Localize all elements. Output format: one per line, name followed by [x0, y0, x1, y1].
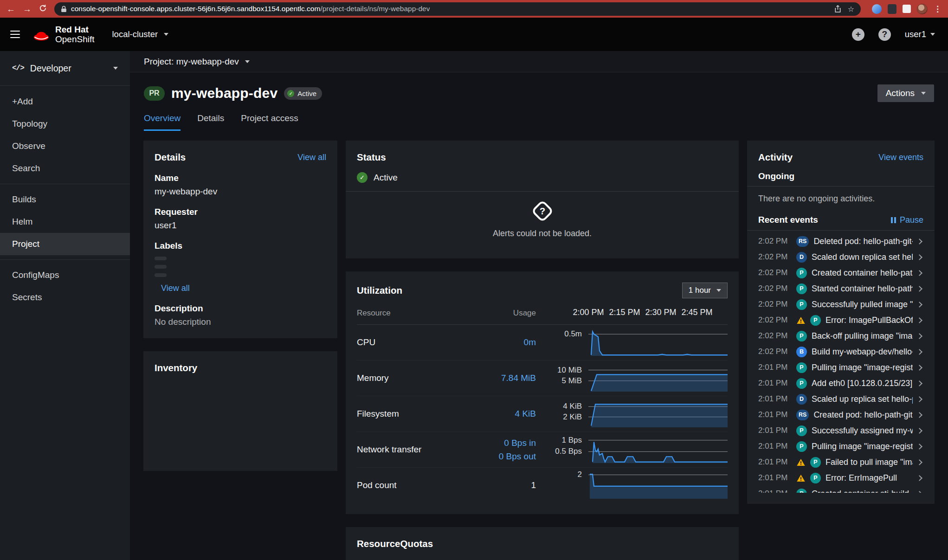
tab-project-access[interactable]: Project access	[241, 113, 298, 131]
y-axis-labels: 4 KiB2 KiB	[540, 400, 588, 427]
event-row[interactable]: 2:01 PM P Pulling image "image-registry.…	[758, 438, 923, 454]
reload-button[interactable]	[39, 4, 47, 13]
sidebar-item-add[interactable]: +Add	[0, 90, 130, 113]
cluster-dropdown[interactable]: local-cluster	[112, 29, 169, 39]
chevron-right-icon[interactable]	[916, 475, 922, 481]
inventory-item-2-pods[interactable]	[155, 401, 326, 410]
inventory-item-1-route[interactable]	[155, 426, 326, 435]
event-row[interactable]: 2:01 PM P Failed to pull image "image-re…	[758, 454, 923, 470]
chevron-right-icon[interactable]	[916, 286, 922, 292]
sidebar-item-builds[interactable]: Builds	[0, 188, 130, 211]
browser-menu-icon[interactable]: ⋮	[934, 4, 942, 14]
chevron-right-icon[interactable]	[916, 270, 922, 276]
usage-link[interactable]: 0m	[479, 337, 536, 348]
breadcrumb[interactable]: Project: my-webapp-dev	[144, 57, 239, 67]
chevron-right-icon[interactable]	[916, 444, 922, 450]
event-row[interactable]: 2:01 PM P Error: ErrImagePull	[758, 470, 923, 486]
event-row[interactable]: 2:02 PM P Back-off pulling image "image-…	[758, 328, 923, 344]
back-button[interactable]: ←	[6, 5, 15, 13]
chevron-right-icon[interactable]	[916, 428, 922, 434]
usage-value: 0 Bps in0 Bps out	[479, 438, 540, 462]
inventory-item-5-configmaps[interactable]	[155, 435, 326, 443]
help-icon[interactable]: ?	[878, 28, 891, 41]
event-row[interactable]: 2:02 PM P Successfully pulled image "ima…	[758, 296, 923, 312]
event-row[interactable]: 2:02 PM P Created container hello-path-g…	[758, 265, 923, 281]
inventory-item-1-service[interactable]	[155, 418, 326, 426]
tab-details[interactable]: Details	[197, 113, 224, 131]
chevron-right-icon[interactable]	[916, 349, 922, 355]
event-time: 2:01 PM	[758, 394, 792, 404]
bookmark-star-icon[interactable]: ☆	[848, 5, 854, 13]
event-row[interactable]: 2:01 PM P Successfully assigned my-webap…	[758, 423, 923, 438]
chevron-down-icon[interactable]	[245, 60, 250, 63]
actions-button[interactable]: Actions	[877, 84, 934, 102]
sidebar-item-configmaps[interactable]: ConfigMaps	[0, 264, 130, 286]
divider	[747, 186, 935, 187]
chevron-right-icon[interactable]	[916, 317, 922, 323]
inventory-item-8-secrets[interactable]	[155, 443, 326, 451]
extension-icon-1[interactable]	[872, 4, 882, 14]
sidebar-item-helm[interactable]: Helm	[0, 211, 130, 233]
event-text: Pulling image "image-registry.openshift.…	[812, 442, 913, 451]
usage-link[interactable]: 7.84 MiB	[479, 373, 536, 383]
event-row[interactable]: 2:01 PM RS Created pod: hello-path-git-7…	[758, 407, 923, 423]
nav-toggle-button[interactable]	[10, 31, 20, 39]
event-row[interactable]: 2:01 PM P Add eth0 [10.128.0.215/23] fro…	[758, 375, 923, 391]
event-row[interactable]: 2:02 PM D Scaled down replica set hello-…	[758, 249, 923, 265]
tab-overview[interactable]: Overview	[144, 113, 181, 131]
chevron-right-icon[interactable]	[916, 254, 922, 260]
extension-icon-3[interactable]	[903, 5, 911, 13]
inventory-item-0-deploymentconfigs[interactable]	[155, 385, 326, 393]
chevron-right-icon[interactable]	[916, 302, 922, 308]
forward-button[interactable]: →	[23, 5, 32, 13]
tab-label: Details	[197, 113, 224, 123]
usage-link[interactable]: 0 Bps out	[479, 451, 536, 462]
usage-link[interactable]: 0 Bps in	[479, 438, 536, 448]
inventory-item-0-statefulsets[interactable]	[155, 393, 326, 401]
chevron-right-icon[interactable]	[916, 365, 922, 371]
labels-view-all-link[interactable]: View all	[161, 283, 190, 293]
event-row[interactable]: 2:02 PM B Build my-webapp-dev/hello-path…	[758, 344, 923, 360]
view-events-link[interactable]: View events	[878, 153, 923, 162]
chevron-right-icon[interactable]	[916, 491, 922, 493]
event-row[interactable]: 2:01 PM D Scaled up replica set hello-pa…	[758, 391, 923, 407]
usage-link[interactable]: 4 KiB	[479, 409, 536, 419]
chevron-right-icon[interactable]	[916, 380, 922, 386]
chevron-right-icon[interactable]	[916, 333, 922, 339]
chevron-right-icon[interactable]	[916, 396, 922, 402]
resource-kind-badge: D	[796, 252, 807, 263]
extension-icon-2[interactable]	[888, 4, 896, 14]
sidebar-item-observe[interactable]: Observe	[0, 135, 130, 157]
event-row[interactable]: 2:01 PM P Pulling image "image-registry.…	[758, 360, 923, 375]
event-text: Scaled down replica set hello-path-git-.…	[812, 252, 913, 262]
inventory-item-1-deployment[interactable]	[155, 376, 326, 385]
event-row[interactable]: 2:02 PM P Error: ImagePullBackOff	[758, 312, 923, 328]
add-plus-icon[interactable]: +	[852, 28, 864, 41]
pause-events-button[interactable]: Pause	[891, 215, 923, 225]
chevron-right-icon[interactable]	[916, 238, 922, 245]
sidebar-item-secrets[interactable]: Secrets	[0, 286, 130, 309]
sidebar-item-topology[interactable]: Topology	[0, 113, 130, 135]
divider	[747, 230, 935, 231]
inventory-item-0-persistentvolumeclaims[interactable]	[155, 410, 326, 418]
utilization-row-cpu: CPU 0m 0.5m	[357, 325, 728, 360]
duration-select[interactable]: 1 hour	[682, 283, 728, 298]
chevron-right-icon[interactable]	[916, 459, 922, 465]
share-icon[interactable]	[834, 5, 841, 13]
sidebar-item-project[interactable]: Project	[0, 233, 130, 255]
inventory-item-0-volumesnapshots[interactable]	[155, 451, 326, 460]
perspective-switcher[interactable]: </> Developer	[0, 51, 130, 86]
resource-kind-badge: P	[796, 268, 807, 278]
browser-profile-avatar[interactable]	[917, 4, 928, 14]
event-row[interactable]: 2:02 PM P Started container hello-path-g…	[758, 281, 923, 296]
chevron-right-icon[interactable]	[916, 412, 922, 418]
details-view-all-link[interactable]: View all	[297, 153, 326, 162]
sidebar-item-search[interactable]: Search	[0, 157, 130, 180]
resource-kind-badge: P	[810, 315, 821, 326]
event-row[interactable]: 2:01 PM P Created container sti-build	[758, 486, 923, 493]
browser-toolbar-icons: ⋮	[872, 4, 942, 14]
address-bar[interactable]: console-openshift-console.apps.cluster-5…	[54, 2, 861, 16]
resource-name: Memory	[357, 373, 479, 383]
event-row[interactable]: 2:02 PM RS Deleted pod: hello-path-git-7…	[758, 233, 923, 249]
user-menu[interactable]: user1	[905, 29, 935, 39]
